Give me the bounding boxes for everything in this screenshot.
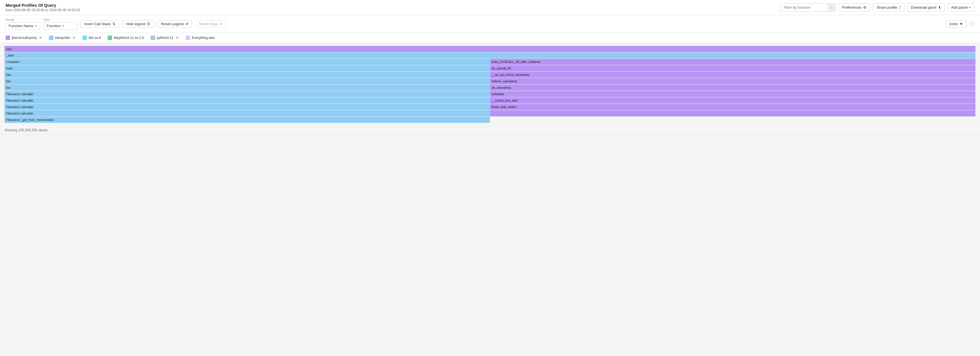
legend-bar: [kernel.kallsyms] ✕ interpreter ✕ libc.s… (0, 33, 980, 43)
legend-close-interpreter[interactable]: ✕ (72, 35, 76, 40)
flame-cell-fib5[interactable]: Fibonacci::_get_from_memoization (5, 117, 490, 123)
download-label: Download pprof (911, 5, 936, 10)
legend-swatch-python3 (151, 35, 155, 40)
flame-cell-fib2[interactable]: Fibonacci::calculate (5, 97, 490, 104)
sort-select[interactable]: Function ▼ (44, 22, 77, 30)
reset-legend-label: Reset Legend (161, 22, 184, 26)
header-right: › Preferences ⚙ Share profile ⤴ Download… (780, 3, 974, 12)
flame-cell-fib3[interactable]: Fibonacci::calculate (5, 104, 490, 110)
group-value: Function Name (9, 24, 33, 28)
group-label: Group (6, 18, 40, 21)
legend-item-python3: python3.11 ✕ (151, 35, 179, 40)
group-select[interactable]: Function Name ▼ (6, 22, 40, 30)
filter-input[interactable] (780, 4, 828, 11)
reset-legend-icon: ↺ (185, 22, 188, 26)
flame-row-fib3: Fibonacci::calculate finish_task_switch (5, 104, 975, 110)
flame-cell-entry-syscall[interactable]: entry_SYSCALL_64_after_hwframe (490, 59, 975, 65)
flame-cell-root[interactable]: root (5, 46, 975, 52)
reset-view-button[interactable]: Reset View ↺ (196, 20, 226, 28)
flame-cell-baz[interactable]: baz (5, 72, 490, 78)
flame-cell-schedule[interactable]: schedule (490, 91, 975, 97)
sort-selector-group: Sort Function ▼ (44, 18, 77, 30)
flame-cell-module[interactable]: <module> (5, 59, 490, 65)
invert-call-stack-button[interactable]: Invert Call Stack ⇅ (81, 20, 119, 28)
flame-cell-do-syscall[interactable]: do_syscall_64 (490, 65, 975, 71)
legend-swatch-libc (83, 35, 87, 40)
hide-legend-label: Hide legend (126, 22, 145, 26)
legend-label-python3: python3.11 (157, 36, 173, 40)
add-icon: + (969, 5, 971, 10)
flame-cell-fib4-right[interactable] (490, 110, 975, 117)
flame-cell-do-nanosleep[interactable]: do_nanosleep (490, 85, 975, 91)
filter-input-wrapper: › (780, 3, 835, 12)
legend-item-interpreter: interpreter ✕ (49, 35, 76, 40)
flame-row-root: root (5, 46, 975, 52)
toolbar-right: Icicle ▼ i (946, 20, 975, 28)
view-type-chevron-icon: ▼ (959, 22, 963, 26)
flame-row-bar: bar hrtimer_nanosleep (5, 78, 975, 84)
legend-item-libpython: libpython3.11.so.1.0 (108, 35, 144, 40)
preferences-icon: ⚙ (863, 5, 867, 10)
reset-view-icon: ↺ (219, 22, 222, 26)
flame-row-foo: foo do_nanosleep (5, 85, 975, 91)
reset-view-label: Reset View (199, 22, 218, 26)
legend-item-everything: Everything else (186, 35, 215, 40)
add-panel-button[interactable]: Add panel + (948, 3, 974, 11)
invert-label: Invert Call Stack (84, 22, 111, 26)
share-icon: ⤴ (899, 5, 901, 10)
legend-label-kernel: [kernel.kallsyms] (12, 36, 37, 40)
flame-row-fib5: Fibonacci::_get_from_memoization (5, 117, 975, 123)
legend-label-libc: libc.so.6 (89, 36, 101, 40)
group-chevron-icon: ▼ (34, 24, 37, 27)
page-subtitle: from 2024-06-06 19:33:06 to 2024-06-06 1… (6, 8, 80, 12)
preferences-button[interactable]: Preferences ⚙ (838, 3, 870, 11)
flame-cell-main[interactable]: main (5, 65, 490, 71)
reset-legend-button[interactable]: Reset Legend ↺ (158, 20, 192, 28)
sort-label: Sort (44, 18, 77, 21)
info-icon[interactable]: i (969, 21, 974, 27)
preferences-label: Preferences (842, 5, 861, 10)
flame-row-module: <module> entry_SYSCALL_64_after_hwframe (5, 59, 975, 65)
legend-swatch-interpreter (49, 35, 53, 40)
legend-item-libc: libc.so.6 (83, 35, 101, 40)
legend-label-everything: Everything else (192, 36, 215, 40)
legend-label-libpython: libpython3.11.so.1.0 (114, 36, 144, 40)
toolbar: Group Function Name ▼ Sort Function ▼ In… (0, 15, 980, 33)
flame-cell-fib1[interactable]: Fibonacci::calculate (5, 91, 490, 97)
legend-close-kernel[interactable]: ✕ (39, 35, 42, 40)
share-label: Share profile (877, 5, 897, 10)
flame-cell-bar[interactable]: bar (5, 78, 490, 84)
sort-chevron-icon: ▼ (62, 24, 65, 27)
legend-swatch-kernel (6, 35, 10, 40)
flame-row-fib2: Fibonacci::calculate __sched_text_start (5, 97, 975, 104)
showing-text: Showing 105,263,156 values. (0, 126, 980, 134)
flame-cell-foo[interactable]: foo (5, 85, 490, 91)
hide-legend-button[interactable]: Hide legend ☰ (123, 20, 154, 28)
flamegraph-wrapper: root _start <module> entry_SYSCALL_64_af… (0, 43, 980, 126)
flame-row-main: main do_syscall_64 (5, 65, 975, 71)
flame-cell-hrtimer[interactable]: hrtimer_nanosleep (490, 78, 975, 84)
flame-cell-start[interactable]: _start (5, 52, 975, 59)
legend-close-python3[interactable]: ✕ (175, 35, 179, 40)
legend-swatch-everything (186, 35, 190, 40)
flame-cell-sched-text-start[interactable]: __sched_text_start (490, 97, 975, 104)
filter-arrow-button[interactable]: › (828, 4, 835, 11)
legend-item-kernel: [kernel.kallsyms] ✕ (6, 35, 42, 40)
download-pprof-button[interactable]: Download pprof ⬇ (907, 3, 945, 11)
flame-row-fib4: Fibonacci::calculate (5, 110, 975, 117)
flame-cell-se-sys-clock[interactable]: __se_sys_clock_nanosleep (490, 72, 975, 78)
flame-row-baz: baz __se_sys_clock_nanosleep (5, 72, 975, 78)
flame-row-fib1: Fibonacci::calculate schedule (5, 91, 975, 97)
header: Merged Profiles Of Query from 2024-06-06… (0, 0, 980, 15)
flame-row-start: _start (5, 52, 975, 59)
sort-value: Function (47, 24, 60, 28)
flame-cell-fib4[interactable]: Fibonacci::calculate (5, 110, 490, 117)
add-panel-label: Add panel (951, 5, 968, 10)
group-selector-group: Group Function Name ▼ (6, 18, 40, 30)
share-profile-button[interactable]: Share profile ⤴ (873, 3, 905, 11)
legend-swatch-libpython (108, 35, 112, 40)
invert-icon: ⇅ (112, 22, 115, 26)
bottom-divider (0, 134, 980, 135)
view-type-select[interactable]: Icicle ▼ (946, 20, 967, 28)
flame-cell-finish-task[interactable]: finish_task_switch (490, 104, 975, 110)
